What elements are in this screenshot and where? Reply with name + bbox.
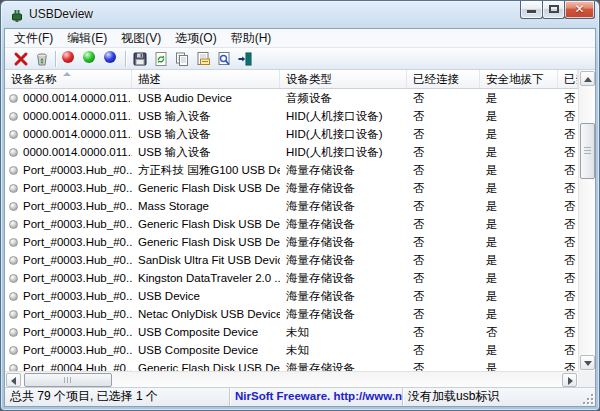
- device-ball-icon: [9, 364, 18, 372]
- device-name-text: Port_#0003.Hub_#0...: [23, 179, 132, 197]
- device-cell-4: 是: [480, 305, 558, 323]
- scroll-right-button[interactable]: [562, 373, 577, 387]
- device-row[interactable]: Port_#0003.Hub_#0...Kingston DataTravele…: [5, 269, 578, 287]
- device-ball-icon: [9, 112, 18, 121]
- green-ball-button[interactable]: [80, 49, 101, 69]
- device-row[interactable]: Port_#0003.Hub_#0...SanDisk Ultra Fit US…: [5, 251, 578, 269]
- device-cell-4: 否: [480, 323, 558, 341]
- red-ball-button[interactable]: [59, 49, 80, 69]
- horizontal-scroll-thumb[interactable]: [24, 373, 112, 387]
- device-cell-5: 否: [558, 269, 578, 287]
- scroll-down-button[interactable]: [580, 355, 595, 370]
- device-row[interactable]: 0000.0014.0000.011....USB Audio Device音频…: [5, 89, 578, 107]
- refresh-icon: [153, 51, 169, 67]
- device-name-cell: Port_#0003.Hub_#0...: [5, 287, 132, 305]
- titlebar[interactable]: USBDeview ✕: [1, 1, 599, 28]
- device-row[interactable]: Port_#0003.Hub_#0...USB Composite Device…: [5, 341, 578, 359]
- device-cell-3: 否: [407, 287, 480, 305]
- device-name-text: Port_#0003.Hub_#0...: [23, 341, 132, 359]
- device-name-cell: 0000.0014.0000.011....: [5, 89, 132, 107]
- device-row[interactable]: Port_#0003.Hub_#0...Mass Storage海量存储设备否是…: [5, 197, 578, 215]
- device-cell-5: 否: [558, 215, 578, 233]
- device-row[interactable]: Port_#0003.Hub_#0...方正科技 国雅G100 USB De..…: [5, 161, 578, 179]
- maximize-button[interactable]: [542, 1, 565, 19]
- menu-item-options[interactable]: 选项(O): [168, 28, 223, 49]
- device-name-cell: Port_#0003.Hub_#0...: [5, 215, 132, 233]
- device-cell-4: 是: [480, 215, 558, 233]
- nirsoft-url[interactable]: NirSoft Freeware. http://www.nirsoft.net: [235, 390, 402, 402]
- column-header-1[interactable]: 描述: [132, 70, 280, 88]
- maximize-icon: [549, 5, 559, 13]
- device-cell-1: USB Composite Device: [132, 341, 280, 359]
- vertical-scrollbar[interactable]: [578, 70, 595, 371]
- scroll-up-button[interactable]: [580, 71, 595, 86]
- device-cell-1: Kingston DataTraveler 2.0 ...: [132, 269, 280, 287]
- device-cell-1: Generic Flash Disk USB De...: [132, 215, 280, 233]
- column-header-5[interactable]: 已禁用: [558, 70, 578, 88]
- device-cell-2: 海量存储设备: [280, 215, 407, 233]
- device-row[interactable]: 0000.0014.0000.011....USB 输入设备HID(人机接口设备…: [5, 125, 578, 143]
- device-row[interactable]: Port_#0003.Hub_#0...Generic Flash Disk U…: [5, 179, 578, 197]
- device-name-text: Port_#0003.Hub_#0...: [23, 161, 132, 179]
- resize-grip-icon[interactable]: [581, 392, 593, 404]
- device-name-cell: Port_#0003.Hub_#0...: [5, 233, 132, 251]
- device-ball-icon: [9, 292, 18, 301]
- device-row[interactable]: Port_#0003.Hub_#0...Generic Flash Disk U…: [5, 215, 578, 233]
- menu-item-help[interactable]: 帮助(H): [224, 28, 279, 49]
- device-name-text: Port_#0003.Hub_#0...: [23, 215, 132, 233]
- device-cell-4: 是: [480, 161, 558, 179]
- device-row[interactable]: Port_#0003.Hub_#0...Generic Flash Disk U…: [5, 233, 578, 251]
- blue-ball-button[interactable]: [101, 49, 122, 69]
- properties-button[interactable]: [192, 49, 213, 69]
- menu-item-edit[interactable]: 编辑(E): [60, 28, 114, 49]
- device-list: 设备名称描述设备类型已经连接安全地拔下已禁用 0000.0014.0000.01…: [5, 70, 595, 387]
- red-x-icon: [13, 51, 29, 67]
- device-name-text: 0000.0014.0000.011....: [23, 125, 132, 143]
- device-row[interactable]: Port_#0003.Hub_#0...USB Device海量存储设备否是否: [5, 287, 578, 305]
- device-cell-1: USB 输入设备: [132, 125, 280, 143]
- find-button[interactable]: [213, 49, 234, 69]
- exit-button[interactable]: [234, 49, 255, 69]
- device-cell-5: 否: [558, 197, 578, 215]
- copy-button[interactable]: [171, 49, 192, 69]
- device-cell-3: 否: [407, 305, 480, 323]
- arrow-right-icon: [568, 377, 573, 385]
- device-row[interactable]: Port_#0003.Hub_#0...USB Composite Device…: [5, 323, 578, 341]
- device-cell-2: 海量存储设备: [280, 305, 407, 323]
- device-row[interactable]: 0000.0014.0000.011....USB 输入设备HID(人机接口设备…: [5, 143, 578, 161]
- device-cell-2: 海量存储设备: [280, 359, 407, 371]
- device-cell-1: Netac OnlyDisk USB Device: [132, 305, 280, 323]
- menu-item-view[interactable]: 视图(V): [114, 28, 168, 49]
- device-row[interactable]: 0000.0014.0000.011....USB 输入设备HID(人机接口设备…: [5, 107, 578, 125]
- refresh-button[interactable]: [150, 49, 171, 69]
- status-nirsoft-link[interactable]: NirSoft Freeware. http://www.nirsoft.net: [229, 388, 402, 406]
- device-cell-3: 否: [407, 269, 480, 287]
- device-cell-1: USB Composite Device: [132, 323, 280, 341]
- column-header-4[interactable]: 安全地拔下: [480, 70, 558, 88]
- device-ball-icon: [9, 310, 18, 319]
- column-header-2[interactable]: 设备类型: [280, 70, 407, 88]
- save-button[interactable]: [129, 49, 150, 69]
- vertical-scroll-thumb[interactable]: [580, 123, 595, 179]
- uninstall-button[interactable]: [10, 49, 31, 69]
- window-title: USBDeview: [29, 7, 93, 21]
- horizontal-scrollbar[interactable]: [5, 371, 578, 387]
- device-cell-1: USB Audio Device: [132, 89, 280, 107]
- device-row[interactable]: Port_#0004.Hub_#0...Generic Flash Disk U…: [5, 359, 578, 371]
- client-area: 文件(F)编辑(E)视图(V)选项(O)帮助(H) 设备名称描述设备类型已经连接…: [4, 28, 596, 407]
- scroll-left-button[interactable]: [6, 373, 21, 387]
- minimize-button[interactable]: [520, 1, 543, 19]
- device-row[interactable]: Port_#0003.Hub_#0...Netac OnlyDisk USB D…: [5, 305, 578, 323]
- device-cell-3: 否: [407, 143, 480, 161]
- menu-item-file[interactable]: 文件(F): [7, 28, 60, 49]
- device-cell-2: 海量存储设备: [280, 197, 407, 215]
- device-name-text: Port_#0003.Hub_#0...: [23, 305, 132, 323]
- device-name-text: 0000.0014.0000.011....: [23, 143, 132, 161]
- close-button[interactable]: ✕: [564, 1, 595, 19]
- device-name-cell: Port_#0003.Hub_#0...: [5, 179, 132, 197]
- column-header-3[interactable]: 已经连接: [407, 70, 480, 88]
- device-cell-5: 否: [558, 305, 578, 323]
- device-cell-3: 否: [407, 197, 480, 215]
- trash-button[interactable]: [31, 49, 52, 69]
- device-ball-icon: [9, 202, 18, 211]
